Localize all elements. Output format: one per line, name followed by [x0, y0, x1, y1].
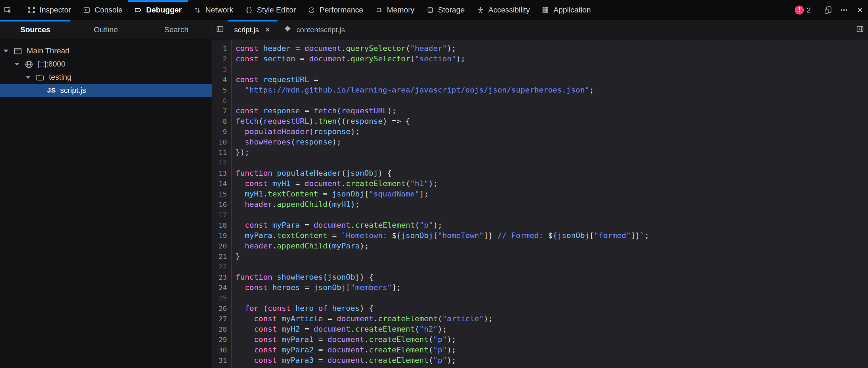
tab-memory[interactable]: Memory [369, 0, 420, 20]
source-tab-contentscriptjs[interactable]: contentscript.js [278, 20, 351, 39]
tab-label: Inspector [40, 6, 71, 15]
tree-item-scriptjs[interactable]: JS script.js [0, 84, 212, 97]
error-badge-icon: ! [795, 6, 804, 15]
line-number[interactable]: 10 [212, 137, 231, 147]
node-picker-button[interactable] [0, 0, 16, 20]
collapse-sources-panel-button[interactable] [212, 20, 228, 39]
line-number[interactable]: 2 [212, 54, 231, 64]
debugger-subbar: Sources Outline Search script [0, 20, 868, 40]
tree-item-host[interactable]: [::]:8000 [0, 58, 212, 71]
line-number[interactable]: 22 [212, 262, 231, 272]
line-number[interactable]: 18 [212, 220, 231, 230]
tab-inspector[interactable]: Inspector [22, 0, 77, 20]
tree-item-testing-folder[interactable]: testing [0, 71, 212, 84]
code-line-content: }); [231, 147, 249, 158]
tab-label: Network [205, 6, 233, 15]
tab-style-editor[interactable]: {} Style Editor [239, 0, 302, 20]
debugger-icon [134, 6, 142, 14]
error-badge[interactable]: ! 2 [791, 0, 814, 20]
tree-item-main-thread[interactable]: Main Thread [0, 44, 212, 58]
line-number[interactable]: 25 [212, 293, 231, 303]
expand-caret-icon[interactable] [3, 50, 8, 53]
globe-icon [24, 60, 34, 69]
close-devtools-button[interactable] [852, 0, 868, 20]
line-number[interactable]: 14 [212, 178, 231, 189]
tab-application[interactable]: Application [536, 0, 597, 20]
tab-search[interactable]: Search [141, 20, 212, 39]
expand-caret-icon[interactable] [26, 76, 31, 79]
code-line: 22 [212, 262, 868, 272]
node-picker-icon [4, 6, 12, 14]
tab-storage[interactable]: Storage [420, 0, 471, 20]
line-number[interactable]: 31 [212, 355, 231, 366]
tab-accessibility[interactable]: Accessibility [471, 0, 536, 20]
line-number[interactable]: 26 [212, 303, 231, 314]
tab-console[interactable]: Console [77, 0, 129, 20]
line-number[interactable]: 4 [212, 75, 231, 85]
tab-label: Application [553, 6, 591, 15]
toolbar-separator [817, 4, 817, 16]
line-number[interactable]: 21 [212, 251, 231, 262]
line-number[interactable]: 30 [212, 345, 231, 355]
source-tab-scriptjs[interactable]: script.js × [228, 20, 278, 39]
code-line-content: const myH1 = document.createElement("h1"… [231, 178, 438, 189]
tab-performance[interactable]: Performance [302, 0, 369, 20]
line-number[interactable]: 6 [212, 95, 231, 106]
tree-item-label: Main Thread [27, 46, 69, 55]
line-number[interactable]: 8 [212, 116, 231, 126]
line-number[interactable]: 19 [212, 230, 231, 241]
code-line: 16 header.appendChild(myH1); [212, 199, 868, 210]
code-line-content [231, 158, 236, 168]
collapse-panel-right-icon [856, 25, 864, 34]
line-number[interactable]: 1 [212, 43, 231, 54]
source-tab-label: contentscript.js [296, 26, 345, 34]
devtools-window: Inspector Console Debugger [0, 0, 868, 368]
code-line-content: const myH2 = document.createElement("h2"… [231, 324, 447, 334]
line-number[interactable]: 5 [212, 85, 231, 95]
tree-item-label: [::]:8000 [38, 60, 66, 69]
code-line-content: const myPara2 = document.createElement("… [231, 345, 456, 355]
code-line-content: const response = fetch(requestURL); [231, 106, 397, 116]
line-number[interactable]: 3 [212, 64, 231, 75]
code-line-content: function showHeroes(jsonObj) { [231, 272, 373, 282]
close-tab-icon[interactable]: × [264, 25, 271, 35]
line-number[interactable]: 15 [212, 189, 231, 199]
tree-item-label: testing [49, 73, 71, 82]
tab-sources[interactable]: Sources [0, 20, 70, 39]
line-number[interactable]: 24 [212, 282, 231, 293]
line-number[interactable]: 12 [212, 158, 231, 168]
line-number[interactable]: 28 [212, 324, 231, 334]
sources-tree: Main Thread [::]:8000 testing [0, 40, 212, 368]
line-number[interactable]: 20 [212, 241, 231, 251]
tab-label: Performance [320, 6, 363, 15]
tab-outline[interactable]: Outline [70, 20, 141, 39]
line-number[interactable]: 7 [212, 106, 231, 116]
code-line-content: const header = document.querySelector("h… [231, 43, 456, 54]
line-number[interactable]: 27 [212, 314, 231, 324]
meatball-menu-button[interactable] [836, 0, 852, 20]
debugger-main: Main Thread [::]:8000 testing [0, 40, 868, 368]
tab-network[interactable]: Network [188, 0, 239, 20]
memory-icon [375, 6, 383, 14]
line-number[interactable]: 23 [212, 272, 231, 282]
code-line: 4const requestURL = [212, 75, 868, 85]
expand-caret-icon[interactable] [15, 63, 19, 66]
line-number[interactable]: 11 [212, 147, 231, 158]
code-line: 12 [212, 158, 868, 168]
tab-label: Storage [438, 6, 465, 15]
code-editor[interactable]: 1const header = document.querySelector("… [212, 40, 868, 368]
line-number[interactable]: 13 [212, 168, 231, 178]
line-number[interactable]: 9 [212, 126, 231, 137]
code-line-content: showHeroes(response); [231, 137, 341, 147]
code-line: 11}); [212, 147, 868, 158]
code-line-content [231, 95, 236, 106]
line-number[interactable]: 16 [212, 199, 231, 210]
tabbar-spacer [351, 20, 852, 39]
line-number[interactable]: 17 [212, 210, 231, 220]
line-number[interactable]: 29 [212, 334, 231, 345]
collapse-right-panel-button[interactable] [852, 20, 868, 39]
code-line: 19 myPara.textContent = `Hometown: ${jso… [212, 230, 868, 241]
responsive-design-mode-button[interactable] [820, 0, 836, 20]
code-line: 28 const myH2 = document.createElement("… [212, 324, 868, 334]
tab-debugger[interactable]: Debugger [128, 0, 188, 20]
